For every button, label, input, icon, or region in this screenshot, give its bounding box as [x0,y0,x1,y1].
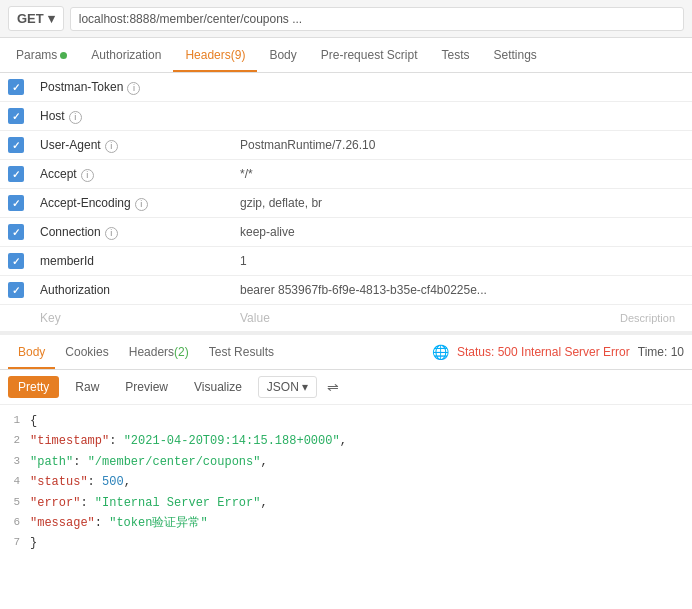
header-key-3: Accepti [32,160,232,189]
header-value-4: gzip, deflate, br [232,189,612,218]
header-row: Accepti */* [0,160,692,189]
header-value-2: PostmanRuntime/7.26.10 [232,131,612,160]
fmt-raw[interactable]: Raw [65,376,109,398]
params-dot [60,52,67,59]
info-icon[interactable]: i [81,169,94,182]
code-line: 2 "timestamp": "2021-04-20T09:14:15.188+… [0,431,692,451]
response-tab-bar: Body Cookies Headers(2) Test Results 🌐 S… [0,332,692,370]
request-tab-bar: Params Authorization Headers(9) Body Pre… [0,38,692,73]
method-chevron: ▾ [48,11,55,26]
header-value-5: keep-alive [232,218,612,247]
header-key-0: Postman-Tokeni [32,73,232,102]
globe-icon: 🌐 [432,344,449,360]
resp-tab-cookies[interactable]: Cookies [55,335,118,369]
header-value-0 [232,73,612,102]
tab-body[interactable]: Body [257,38,308,72]
method-select[interactable]: GET ▾ [8,6,64,31]
header-value-6: 1 [232,247,612,276]
header-checkbox-1[interactable] [8,108,24,124]
header-value-7: bearer 853967fb-6f9e-4813-b35e-cf4b0225e… [232,276,612,305]
tab-authorization[interactable]: Authorization [79,38,173,72]
header-key-1: Hosti [32,102,232,131]
json-label: JSON [267,380,299,394]
line-number: 3 [0,452,30,472]
header-checkbox-5[interactable] [8,224,24,240]
status-area: 🌐 Status: 500 Internal Server Error Time… [432,344,684,360]
tab-headers[interactable]: Headers(9) [173,38,257,72]
fmt-pretty[interactable]: Pretty [8,376,59,398]
headers-table: Postman-Tokeni Hosti User-Agenti Postman… [0,73,692,332]
line-content: "timestamp": "2021-04-20T09:14:15.188+00… [30,431,692,451]
line-content: { [30,411,692,431]
header-key-4: Accept-Encodingi [32,189,232,218]
header-key-2: User-Agenti [32,131,232,160]
new-header-row: Key Value Description [0,305,692,332]
line-content: "path": "/member/center/coupons", [30,452,692,472]
line-number: 6 [0,513,30,533]
info-icon[interactable]: i [105,227,118,240]
resp-headers-badge: (2) [174,345,189,359]
header-checkbox-7[interactable] [8,282,24,298]
status-label: Status: 500 Internal Server Error [457,345,630,359]
header-row: Connectioni keep-alive [0,218,692,247]
code-line: 4 "status": 500, [0,472,692,492]
key-placeholder: Key [40,311,61,325]
line-number: 4 [0,472,30,492]
header-key-7: Authorization [32,276,232,305]
line-number: 7 [0,533,30,553]
fmt-visualize[interactable]: Visualize [184,376,252,398]
json-chevron: ▾ [302,380,308,394]
code-line: 6 "message": "token验证异常" [0,513,692,533]
resp-tab-body[interactable]: Body [8,335,55,369]
header-row: Authorization bearer 853967fb-6f9e-4813-… [0,276,692,305]
header-row: Postman-Tokeni [0,73,692,102]
method-label: GET [17,11,44,26]
header-checkbox-0[interactable] [8,79,24,95]
header-value-3: */* [232,160,612,189]
value-placeholder: Value [240,311,270,325]
header-checkbox-4[interactable] [8,195,24,211]
info-icon[interactable]: i [127,82,140,95]
line-content: } [30,533,692,553]
header-checkbox-3[interactable] [8,166,24,182]
tab-settings[interactable]: Settings [482,38,549,72]
tab-params[interactable]: Params [4,38,79,72]
line-number: 5 [0,493,30,513]
info-icon[interactable]: i [105,140,118,153]
format-bar: Pretty Raw Preview Visualize JSON ▾ ⇌ [0,370,692,405]
header-row: Accept-Encodingi gzip, deflate, br [0,189,692,218]
code-line: 5 "error": "Internal Server Error", [0,493,692,513]
header-key-6: memberId [32,247,232,276]
url-input[interactable] [70,7,684,31]
header-row: memberId 1 [0,247,692,276]
line-content: "message": "token验证异常" [30,513,692,533]
line-number: 2 [0,431,30,451]
info-icon[interactable]: i [69,111,82,124]
line-content: "error": "Internal Server Error", [30,493,692,513]
line-content: "status": 500, [30,472,692,492]
filter-icon[interactable]: ⇌ [327,379,339,395]
time-label: Time: 10 [638,345,684,359]
header-value-1 [232,102,612,131]
header-row: Hosti [0,102,692,131]
tab-tests[interactable]: Tests [429,38,481,72]
description-placeholder: Description [620,312,675,324]
code-line: 1{ [0,411,692,431]
header-key-5: Connectioni [32,218,232,247]
info-icon[interactable]: i [135,198,148,211]
json-format-select[interactable]: JSON ▾ [258,376,317,398]
header-row: User-Agenti PostmanRuntime/7.26.10 [0,131,692,160]
fmt-preview[interactable]: Preview [115,376,178,398]
tab-prerequest[interactable]: Pre-request Script [309,38,430,72]
code-area: 1{2 "timestamp": "2021-04-20T09:14:15.18… [0,405,692,560]
header-checkbox-6[interactable] [8,253,24,269]
line-number: 1 [0,411,30,431]
headers-badge: (9) [231,48,246,62]
url-bar: GET ▾ [0,0,692,38]
header-checkbox-2[interactable] [8,137,24,153]
code-line: 3 "path": "/member/center/coupons", [0,452,692,472]
resp-tab-testresults[interactable]: Test Results [199,335,284,369]
resp-tab-headers[interactable]: Headers(2) [119,335,199,369]
code-line: 7} [0,533,692,553]
